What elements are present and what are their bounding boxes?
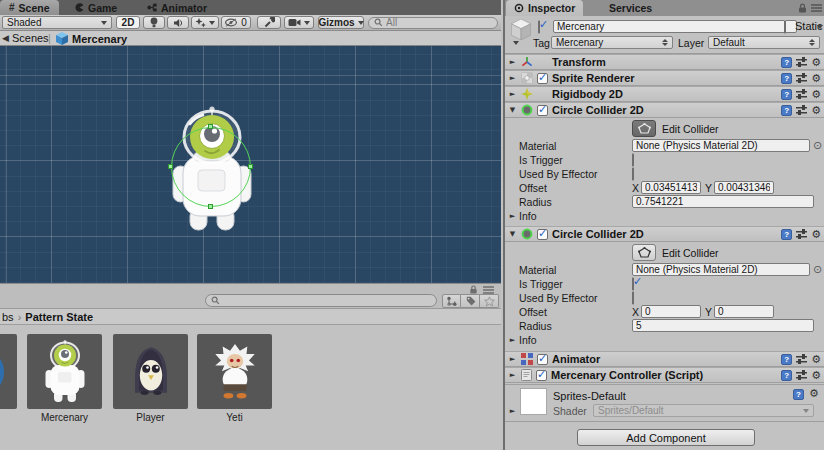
component-enabled-checkbox[interactable]	[537, 354, 548, 365]
material-object-field[interactable]: None (Physics Material 2D)	[632, 139, 810, 152]
2d-toggle-button[interactable]: 2D	[116, 16, 140, 29]
circle-collider-gizmo[interactable]	[171, 127, 251, 207]
gear-icon[interactable]	[811, 370, 821, 381]
collider-handle-bottom[interactable]	[208, 204, 213, 209]
collider-handle-top[interactable]	[208, 124, 213, 129]
favorites-star-icon[interactable]	[480, 294, 499, 308]
scene-search-input[interactable]	[386, 17, 492, 28]
foldout-icon[interactable]	[508, 355, 517, 364]
gear-icon[interactable]	[811, 57, 821, 68]
lock-icon[interactable]	[469, 285, 478, 294]
component-enabled-checkbox[interactable]	[537, 105, 548, 116]
gear-icon[interactable]	[809, 388, 819, 399]
gear-icon[interactable]	[811, 354, 821, 365]
shading-mode-dropdown[interactable]: Shaded	[2, 16, 112, 29]
breadcrumb-current-folder[interactable]: Pattern State	[25, 311, 93, 323]
foldout-icon[interactable]	[508, 371, 517, 380]
preset-icon[interactable]	[796, 105, 807, 115]
scene-camera-button[interactable]	[284, 16, 314, 29]
foldout-icon[interactable]	[508, 406, 517, 415]
static-checkbox[interactable]	[784, 20, 786, 34]
foldout-icon[interactable]	[508, 58, 517, 67]
preset-icon[interactable]	[796, 229, 807, 239]
scene-tools-button[interactable]	[257, 16, 281, 29]
help-icon[interactable]	[781, 229, 792, 240]
label-filter-icon[interactable]	[461, 294, 480, 308]
help-icon[interactable]	[781, 105, 792, 116]
collider-handle-right[interactable]	[248, 164, 253, 169]
preset-icon[interactable]	[796, 57, 807, 67]
gameobject-name-field[interactable]	[553, 20, 797, 33]
gear-icon[interactable]	[811, 229, 821, 240]
material-object-field[interactable]: None (Physics Material 2D)	[632, 263, 810, 276]
help-icon[interactable]	[781, 354, 792, 365]
help-icon[interactable]	[781, 57, 792, 68]
object-picker-icon[interactable]	[813, 139, 822, 152]
foldout-icon[interactable]	[508, 74, 517, 83]
asset-thumbnail-cutoff[interactable]	[0, 334, 17, 409]
offset-x-field[interactable]	[641, 305, 701, 318]
is-trigger-checkbox[interactable]	[632, 153, 634, 167]
project-search-field[interactable]	[205, 294, 437, 307]
help-icon[interactable]	[781, 370, 792, 381]
prefab-filter-icon[interactable]	[442, 294, 461, 308]
preset-icon[interactable]	[796, 354, 807, 364]
static-dropdown-arrow[interactable]	[817, 25, 823, 29]
preset-icon[interactable]	[796, 89, 807, 99]
foldout-icon[interactable]	[508, 211, 517, 220]
scene-visibility-button[interactable]: 0	[221, 16, 251, 29]
offset-y-field[interactable]	[714, 305, 774, 318]
breadcrumb-scenes[interactable]: ◀ Scenes	[2, 32, 49, 44]
is-trigger-checkbox[interactable]	[632, 277, 634, 291]
gameobject-icon-dropdown[interactable]	[513, 41, 519, 45]
scene-lighting-button[interactable]	[143, 16, 165, 29]
radius-field[interactable]	[632, 319, 814, 332]
object-picker-icon[interactable]	[813, 263, 822, 276]
component-rigidbody-header[interactable]: Rigidbody 2D	[505, 86, 824, 102]
tab-scene[interactable]: # Scene	[0, 0, 59, 15]
material-swatch[interactable]	[520, 388, 547, 415]
component-animator-header[interactable]: Animator	[505, 351, 824, 367]
asset-label[interactable]: Mercenary	[27, 412, 102, 423]
foldout-icon[interactable]	[508, 335, 517, 344]
component-circle-collider-2-header[interactable]: Circle Collider 2D	[505, 226, 824, 242]
preset-icon[interactable]	[796, 73, 807, 83]
asset-thumbnail-player[interactable]	[113, 334, 188, 409]
tab-game[interactable]: Game	[66, 0, 126, 15]
help-icon[interactable]	[781, 89, 792, 100]
gear-icon[interactable]	[811, 73, 821, 84]
lock-icon[interactable]	[798, 3, 807, 13]
offset-y-field[interactable]	[714, 181, 774, 194]
help-icon[interactable]	[793, 389, 804, 400]
component-transform-header[interactable]: Transform	[505, 54, 824, 70]
collider-handle-left[interactable]	[168, 164, 173, 169]
scene-effects-button[interactable]	[191, 16, 219, 29]
layer-dropdown[interactable]: Default	[708, 36, 820, 49]
tab-services[interactable]: Services	[601, 0, 660, 16]
radius-field[interactable]	[632, 195, 814, 208]
breadcrumb-folder-truncated[interactable]: bs	[2, 311, 14, 323]
add-component-button[interactable]: Add Component	[577, 429, 755, 446]
gameobject-enabled-checkbox[interactable]	[538, 20, 540, 34]
scene-audio-button[interactable]	[167, 16, 189, 29]
component-enabled-checkbox[interactable]	[537, 73, 548, 84]
component-circle-collider-1-header[interactable]: Circle Collider 2D	[505, 102, 824, 118]
tab-animator[interactable]: Animator	[138, 0, 216, 15]
tab-inspector[interactable]: Inspector	[506, 0, 583, 16]
help-icon[interactable]	[781, 73, 792, 84]
foldout-icon[interactable]	[508, 90, 517, 99]
gear-icon[interactable]	[811, 105, 821, 116]
menu-icon[interactable]	[811, 4, 822, 12]
breadcrumb-object[interactable]: Mercenary	[56, 32, 127, 45]
tag-dropdown[interactable]: Mercenary	[551, 36, 673, 49]
foldout-icon[interactable]	[508, 230, 517, 239]
edit-collider-button[interactable]	[632, 120, 656, 137]
offset-x-field[interactable]	[641, 181, 701, 194]
asset-label[interactable]: Player	[113, 412, 188, 423]
foldout-icon[interactable]	[508, 106, 517, 115]
component-enabled-checkbox[interactable]	[536, 370, 547, 381]
menu-icon[interactable]	[483, 286, 494, 294]
gear-icon[interactable]	[811, 89, 821, 100]
asset-thumbnail-yeti[interactable]	[197, 334, 272, 409]
preset-icon[interactable]	[796, 370, 807, 380]
